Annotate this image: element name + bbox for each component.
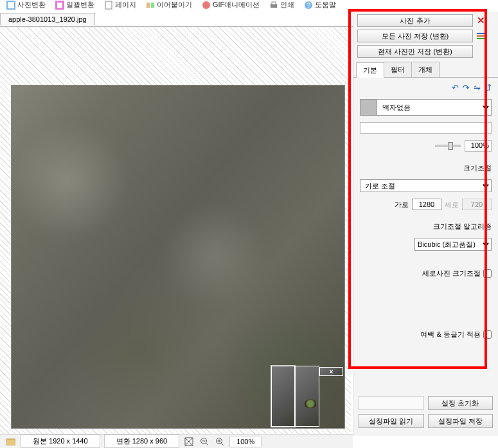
thumbnail-converted[interactable] (295, 366, 319, 427)
thumbnail-compare[interactable]: × (271, 366, 343, 427)
svg-rect-4 (105, 1, 112, 9)
tab-filter[interactable]: 필터 (384, 62, 412, 77)
close-panel-icon[interactable]: ✕ (475, 15, 486, 26)
status-converted-size: 변환 1280 x 960 (104, 435, 180, 448)
thumbnail-original[interactable] (271, 366, 295, 427)
portrait-resize-label: 세로사진 크기조절 (422, 269, 481, 278)
svg-rect-23 (477, 38, 485, 39)
redo-icon[interactable]: ↷ (463, 83, 470, 93)
concat-icon (146, 1, 155, 10)
open-folder-icon[interactable] (5, 436, 17, 447)
frame-preview-bar (360, 122, 492, 134)
svg-rect-6 (151, 3, 154, 8)
menu-label: 이어붙이기 (157, 0, 192, 10)
slider-thumb[interactable] (448, 142, 453, 150)
resize-algorithm-dropdown[interactable]: Bicubic (최고품질) (414, 238, 492, 251)
print-icon (269, 1, 278, 10)
frame-swatch (360, 100, 377, 115)
resize-section-label: 크기조절 (360, 163, 492, 173)
algo-label: 크기조절 알고리즘 (360, 222, 492, 231)
menu-photo-convert[interactable]: 사진변환 (6, 0, 46, 10)
svg-rect-9 (272, 2, 276, 4)
panel-tabs: 기본 필터 개체 (353, 62, 498, 78)
read-settings-button[interactable]: 설정파일 읽기 (359, 414, 424, 428)
save-all-button[interactable]: 모든 사진 저장 (변환) (357, 30, 473, 42)
save-current-button[interactable]: 현재 사진만 저장 (변환) (357, 45, 473, 58)
svg-rect-12 (6, 439, 15, 445)
height-input (462, 199, 492, 210)
svg-line-18 (221, 443, 224, 445)
photo-icon (6, 1, 15, 10)
margin-rounding-checkbox[interactable] (483, 330, 492, 339)
portrait-resize-checkbox[interactable] (483, 269, 492, 278)
status-zoom-level: 100% (229, 436, 262, 447)
panel-bottom-buttons: 설정 초기화 설정파일 읽기 설정파일 저장 (359, 396, 493, 428)
add-photo-button[interactable]: 사진 추가 (357, 14, 473, 27)
help-icon: ? (304, 1, 313, 10)
list-view-icon[interactable] (475, 30, 486, 42)
reset-settings-button[interactable]: 설정 초기화 (428, 396, 494, 410)
main-menubar: 사진변환 일괄변환 페이지 이어붙이기 GIF애니메이션 인쇄 ? 도움말 (0, 0, 498, 12)
undo-icon[interactable]: ↶ (452, 83, 459, 93)
svg-text:?: ? (307, 2, 311, 9)
file-tab[interactable]: apple-3801013_1920.jpg (0, 13, 95, 25)
gif-icon (202, 1, 211, 10)
menu-concat[interactable]: 이어붙이기 (146, 0, 192, 10)
svg-rect-1 (8, 2, 14, 8)
flip-vertical-icon[interactable]: ⇵ (485, 83, 492, 93)
status-bar: 원본 1920 x 1440 변환 1280 x 960 100% (0, 434, 353, 448)
zoom-out-icon[interactable] (199, 436, 210, 447)
canvas-area: × (0, 27, 353, 436)
empty-slot (359, 396, 424, 410)
settings-panel: 사진 추가 ✕ 모든 사진 저장 (변환) 현재 사진만 저장 (변환) 기본 … (353, 12, 498, 436)
margin-rounding-label: 여백 & 둥글기 적용 (420, 330, 481, 339)
fit-window-icon[interactable] (183, 436, 195, 447)
frame-selector[interactable]: 액자없음 (360, 99, 492, 116)
menu-page[interactable]: 페이지 (104, 0, 136, 10)
menu-gif[interactable]: GIF애니메이션 (202, 0, 260, 10)
menu-label: 도움말 (315, 0, 336, 10)
menu-help[interactable]: ? 도움말 (304, 0, 336, 10)
frame-dropdown[interactable]: 액자없음 (377, 100, 491, 115)
svg-point-7 (202, 1, 210, 9)
svg-rect-3 (57, 3, 62, 8)
thumbnail-close-icon[interactable]: × (319, 367, 343, 376)
menu-label: 페이지 (115, 0, 136, 10)
resize-mode-dropdown[interactable]: 가로 조절 (360, 179, 492, 192)
flip-horizontal-icon[interactable]: ⇋ (474, 83, 481, 93)
menu-label: GIF애니메이션 (213, 0, 260, 10)
width-input[interactable] (412, 199, 441, 210)
menu-batch-convert[interactable]: 일괄변환 (55, 0, 94, 10)
svg-line-15 (206, 443, 208, 445)
opacity-value[interactable]: 100% (465, 140, 492, 152)
menu-print[interactable]: 인쇄 (269, 0, 294, 10)
menu-label: 인쇄 (280, 0, 294, 10)
opacity-slider[interactable] (435, 145, 461, 147)
svg-rect-21 (477, 33, 485, 34)
status-original-size: 원본 1920 x 1440 (21, 435, 100, 448)
tab-object[interactable]: 개체 (411, 62, 440, 77)
panel-body-basic: ↶ ↷ ⇋ ⇵ 액자없음 100% 크기조절 가로 조절 가로 세로 크기조절 … (353, 78, 498, 345)
height-label: 세로 (445, 200, 459, 210)
image-canvas[interactable]: × (11, 85, 345, 429)
menu-label: 사진변환 (17, 0, 46, 10)
svg-rect-5 (147, 3, 150, 8)
zoom-in-icon[interactable] (214, 436, 226, 447)
batch-icon (55, 1, 64, 10)
svg-rect-22 (477, 35, 485, 37)
menu-label: 일괄변환 (66, 0, 94, 10)
width-label: 가로 (395, 200, 409, 210)
tab-basic[interactable]: 기본 (356, 62, 384, 78)
page-icon (104, 1, 113, 10)
save-settings-button[interactable]: 설정파일 저장 (428, 414, 494, 428)
